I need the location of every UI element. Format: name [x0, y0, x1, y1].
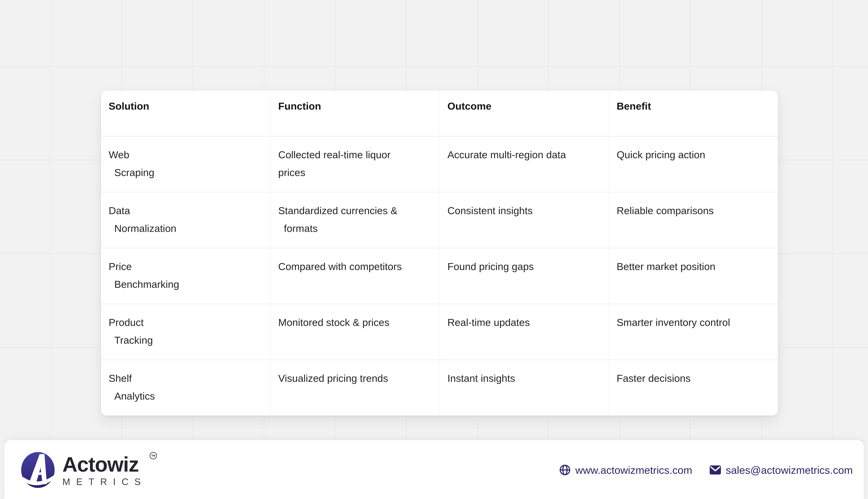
brand-text: Actowiz TM METRICS	[62, 453, 158, 487]
table-cell-benefit: Quick pricing action	[609, 136, 778, 192]
envelope-icon	[709, 465, 721, 475]
table-cell-function: Compared with competitors	[270, 248, 439, 304]
table-cell-benefit: Smarter inventory control	[609, 304, 778, 360]
table-cell-solution: Data Normalization	[101, 192, 270, 248]
table-cell-function: Standardized currencies & formats	[270, 192, 439, 248]
table-cell-solution: Web Scraping	[101, 136, 270, 192]
table-cell-function: Monitored stock & prices	[270, 304, 439, 360]
globe-icon	[559, 464, 571, 476]
table-cell-benefit: Reliable comparisons	[609, 192, 778, 248]
table-cell-outcome: Accurate multi-region data	[439, 136, 609, 192]
table-cell-function: Visualized pricing trends	[270, 360, 439, 415]
footer-contacts: www.actowizmetrics.com sales@actowizmetr…	[559, 464, 853, 476]
table-cell-benefit: Better market position	[609, 248, 778, 304]
solutions-table: Solution Function Outcome Benefit Web Sc…	[101, 91, 778, 415]
email-text: sales@actowizmetrics.com	[726, 464, 853, 476]
table-cell-solution: Product Tracking	[101, 304, 270, 360]
column-header-outcome: Outcome	[439, 91, 609, 136]
table-cell-outcome: Real-time updates	[439, 304, 609, 360]
table-cell-outcome: Consistent insights	[439, 192, 609, 248]
actowiz-brand-lockup: Actowiz TM METRICS	[21, 451, 158, 489]
column-header-solution: Solution	[101, 91, 270, 136]
footer-bar: Actowiz TM METRICS www.actowizmetrics.co…	[4, 440, 864, 499]
email-link[interactable]: sales@actowizmetrics.com	[709, 464, 853, 476]
table-cell-benefit: Faster decisions	[609, 360, 778, 415]
table-cell-solution: Shelf Analytics	[101, 360, 270, 415]
website-text: www.actowizmetrics.com	[575, 464, 692, 476]
trademark-icon: TM	[150, 452, 157, 459]
brand-name: Actowiz	[62, 453, 139, 475]
website-link[interactable]: www.actowizmetrics.com	[559, 464, 692, 476]
column-header-function: Function	[270, 91, 439, 136]
table-cell-function: Collected real-time liquor prices	[270, 136, 439, 192]
table-cell-outcome: Instant insights	[439, 360, 609, 415]
actowiz-logo-icon	[21, 451, 55, 489]
table-cell-outcome: Found pricing gaps	[439, 248, 609, 304]
column-header-benefit: Benefit	[609, 91, 778, 136]
brand-subtitle: METRICS	[62, 477, 147, 486]
table-cell-solution: Price Benchmarking	[101, 248, 270, 304]
